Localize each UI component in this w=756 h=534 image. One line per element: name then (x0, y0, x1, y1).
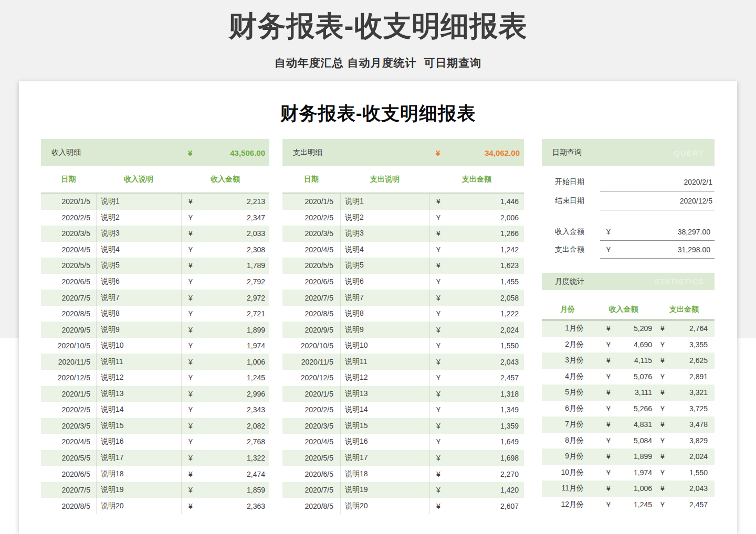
stats-row: 10月份 ¥ 1,974 ¥ 1,550 (542, 465, 715, 481)
query-panel-title: 日期查询 (552, 148, 674, 157)
amount-value: 2,768 (247, 437, 265, 446)
expense-total-value: 34,062.00 (485, 148, 520, 157)
cell-date: 2020/8/5 (282, 309, 340, 318)
amount-value: 1,789 (247, 261, 265, 270)
stats-row: 7月份 ¥ 4,831 ¥ 3,478 (542, 416, 715, 433)
cell-income: ¥ 1,006 (593, 484, 654, 493)
table-row: 2020/9/5 说明9 ¥ 2,024 (282, 322, 524, 338)
amount-value: 2,043 (500, 358, 519, 366)
cell-expense: ¥ 3,829 (654, 436, 715, 445)
yen-symbol: ¥ (606, 324, 611, 333)
cell-description: 说明17 (96, 450, 181, 466)
income-value: 5,076 (634, 372, 652, 381)
cell-description: 说明11 (340, 354, 429, 370)
table-row: 2020/5/5 说明5 ¥ 1,623 (282, 258, 524, 274)
column-header-amount: 收入金额 (181, 175, 269, 184)
start-date-field[interactable]: 2020/2/1 (600, 173, 715, 191)
cell-date: 2020/11/5 (41, 358, 96, 366)
amount-value: 1,359 (500, 422, 519, 430)
query-panel-header-bar: 日期查询 QUERY (542, 139, 715, 166)
yen-symbol: ¥ (606, 452, 611, 461)
cell-date: 2020/2/5 (282, 213, 340, 222)
yen-symbol: ¥ (606, 468, 611, 477)
yen-symbol: ¥ (188, 422, 193, 430)
income-value: 1,245 (634, 500, 652, 509)
yen-symbol: ¥ (188, 197, 193, 206)
cell-date: 2020/4/5 (41, 245, 96, 254)
cell-description: 说明5 (96, 258, 181, 274)
amount-value: 1,242 (500, 245, 519, 254)
cell-amount: ¥ 2,457 (429, 370, 524, 386)
report-card-title: 财务报表-收支明细报表 (19, 101, 737, 126)
query-expense-label: 支出金额 (542, 245, 600, 254)
cell-income: ¥ 5,266 (593, 404, 654, 413)
table-row: 2020/6/5 说明6 ¥ 2,792 (41, 274, 269, 290)
query-income-value: 38,297.00 (678, 228, 710, 236)
table-row: 2020/3/5 说明3 ¥ 2,033 (41, 226, 269, 242)
yen-symbol: ¥ (188, 294, 193, 302)
cell-month: 1月份 (542, 324, 593, 333)
yen-symbol: ¥ (660, 404, 665, 413)
cell-date: 2020/4/5 (41, 437, 96, 446)
cell-description: 说明9 (340, 322, 429, 338)
column-header-expense: 支出金额 (654, 305, 715, 314)
cell-amount: ¥ 2,270 (429, 466, 524, 482)
income-total-value: 43,506.00 (230, 148, 265, 157)
cell-income: ¥ 5,084 (593, 436, 654, 445)
yen-symbol: ¥ (188, 213, 193, 222)
cell-month: 11月份 (542, 484, 593, 493)
table-row: 2020/7/5 说明19 ¥ 1,859 (41, 482, 269, 498)
report-card: 财务报表-收支明细报表 收入明细 ¥ 43,506.00 日期 收入说明 收入金… (19, 81, 737, 534)
cell-amount: ¥ 1,446 (429, 194, 524, 210)
yen-symbol: ¥ (660, 388, 665, 397)
cell-description: 说明11 (96, 354, 181, 370)
table-row: 2020/3/5 说明3 ¥ 1,266 (282, 226, 524, 242)
amount-value: 2,343 (247, 405, 265, 414)
cell-month: 10月份 (542, 468, 593, 477)
yen-symbol: ¥ (188, 245, 193, 254)
cell-date: 2020/5/5 (41, 454, 96, 462)
cell-description: 说明16 (340, 434, 429, 450)
end-date-field[interactable]: 2020/12/5 (600, 191, 715, 210)
cell-expense: ¥ 2,764 (654, 324, 715, 333)
table-row: 2020/8/5 说明20 ¥ 2,363 (41, 498, 269, 514)
cell-description: 说明9 (96, 322, 181, 338)
cell-income: ¥ 5,076 (593, 372, 654, 381)
expense-table-header: 日期 支出说明 支出金额 (282, 166, 524, 193)
yen-symbol: ¥ (436, 326, 440, 334)
income-value: 3,111 (635, 388, 652, 397)
cell-month: 2月份 (542, 340, 593, 349)
expense-value: 2,043 (689, 484, 708, 493)
yen-symbol: ¥ (606, 245, 611, 254)
expense-value: 3,321 (689, 388, 708, 397)
cell-income: ¥ 4,831 (593, 420, 654, 429)
table-row: 2020/2/5 说明2 ¥ 2,006 (282, 210, 524, 226)
yen-symbol: ¥ (436, 470, 440, 478)
amount-value: 1,623 (500, 261, 519, 270)
page-title: 财务报表-收支明细报表 (0, 7, 756, 46)
yen-symbol: ¥ (436, 309, 440, 318)
stats-row: 2月份 ¥ 4,690 ¥ 3,355 (542, 337, 715, 353)
amount-value: 1,322 (247, 454, 265, 462)
cell-amount: ¥ 2,043 (429, 354, 524, 370)
yen-symbol: ¥ (660, 324, 665, 333)
cell-date: 2020/9/5 (282, 326, 340, 334)
cell-description: 说明19 (96, 482, 181, 498)
cell-amount: ¥ 1,359 (429, 418, 524, 434)
cell-description: 说明18 (96, 466, 181, 482)
table-row: 2020/6/5 说明18 ¥ 2,474 (41, 466, 269, 482)
cell-date: 2020/6/5 (282, 277, 340, 286)
amount-value: 2,792 (247, 277, 265, 286)
cell-description: 说明7 (96, 290, 181, 306)
expense-value: 1,550 (689, 468, 708, 477)
cell-month: 12月份 (542, 500, 593, 509)
cell-amount: ¥ 2,721 (181, 306, 269, 322)
income-value: 4,831 (634, 420, 652, 429)
cell-date: 2020/1/5 (41, 197, 96, 206)
cell-amount: ¥ 1,242 (429, 242, 524, 258)
cell-amount: ¥ 1,899 (181, 322, 269, 338)
expense-value: 2,891 (689, 372, 708, 381)
expense-panel-header-bar: 支出明细 ¥ 34,062.00 (282, 139, 524, 166)
cell-amount: ¥ 2,996 (181, 386, 269, 402)
cell-description: 说明14 (96, 402, 181, 418)
